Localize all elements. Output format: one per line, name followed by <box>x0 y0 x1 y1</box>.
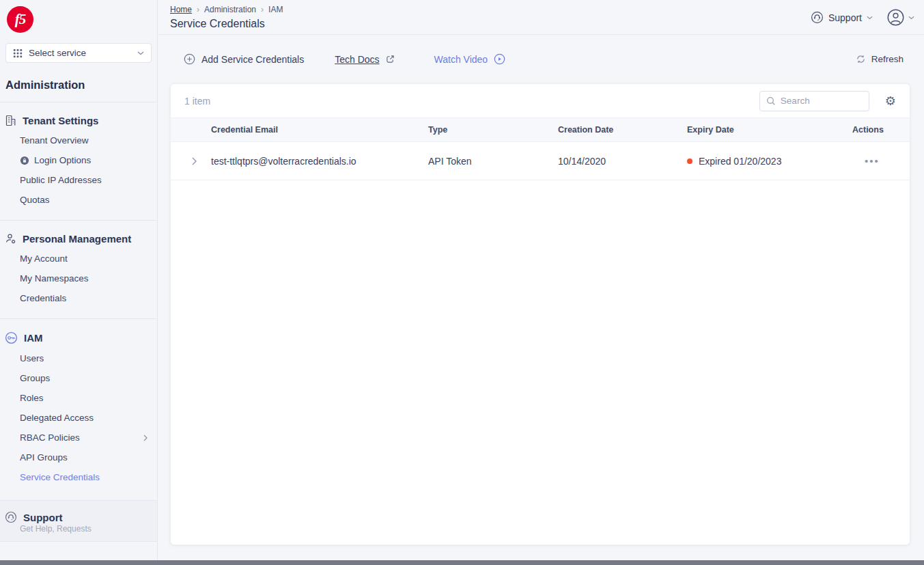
page-toolbar: Add Service Credentials Tech Docs Watch … <box>158 35 924 83</box>
sidebar-item-label: Quotas <box>20 195 50 205</box>
tech-docs-link[interactable]: Tech Docs <box>335 54 394 65</box>
support-menu-label: Support <box>828 12 862 23</box>
row-expand-button[interactable] <box>171 157 211 165</box>
breadcrumb-administration[interactable]: Administration <box>204 5 256 14</box>
section-title-label: IAM <box>24 332 43 344</box>
sidebar-section-title: Personal Management <box>0 230 157 249</box>
credentials-card: 1 item ⚙ Credential Email Type Creation … <box>170 83 910 545</box>
watch-video-label: Watch Video <box>434 54 488 65</box>
sidebar-item-roles[interactable]: Roles <box>0 388 157 408</box>
sidebar-item-quotas[interactable]: Quotas <box>0 190 157 210</box>
tech-docs-label: Tech Docs <box>335 54 379 65</box>
watch-video-link[interactable]: Watch Video <box>434 53 506 65</box>
cell-creation-date: 10/14/2020 <box>558 156 687 167</box>
search-icon <box>766 96 776 106</box>
support-headset-icon <box>811 11 824 24</box>
lock-circle-icon <box>20 156 29 165</box>
bottom-edge-bar <box>0 560 924 565</box>
account-menu[interactable] <box>886 8 914 27</box>
chevron-down-icon <box>137 51 144 55</box>
sidebar-item-label: Service Credentials <box>20 472 100 482</box>
plus-circle-icon <box>184 53 195 65</box>
sidebar-support[interactable]: Support Get Help, Requests <box>0 501 157 541</box>
refresh-button[interactable]: Refresh <box>856 54 904 64</box>
breadcrumb-separator: › <box>197 5 199 14</box>
service-selector-label: Select service <box>29 48 131 58</box>
breadcrumb-iam[interactable]: IAM <box>268 5 283 14</box>
sidebar-section-personal-management: Personal Management My Account My Namesp… <box>0 221 157 318</box>
key-icon <box>5 331 18 344</box>
external-link-icon <box>386 55 395 64</box>
sidebar-item-rbac-policies[interactable]: RBAC Policies <box>0 428 157 447</box>
sidebar-item-label: Users <box>20 353 44 363</box>
building-icon <box>5 115 16 126</box>
sidebar-item-login-options[interactable]: Login Options <box>0 150 157 170</box>
row-actions-menu[interactable]: ••• <box>852 155 910 167</box>
refresh-icon <box>856 54 866 64</box>
add-service-credentials-button[interactable]: Add Service Credentials <box>184 53 304 65</box>
person-gear-icon <box>5 233 16 245</box>
col-credential-email: Credential Email <box>211 125 428 135</box>
sidebar-item-my-namespaces[interactable]: My Namespaces <box>0 268 157 288</box>
sidebar: f5 Select service Administration <box>0 0 158 560</box>
f5-logo[interactable]: f5 <box>7 6 33 33</box>
page-header: Home › Administration › IAM Service Cred… <box>158 0 924 35</box>
divider <box>0 541 157 542</box>
sidebar-support-title-row: Support <box>0 508 157 524</box>
chevron-down-icon <box>867 16 873 20</box>
sidebar-item-delegated-access[interactable]: Delegated Access <box>0 408 157 428</box>
sidebar-section-tenant-settings: Tenant Settings Tenant Overview Login Op… <box>0 102 157 220</box>
header-controls: Support <box>811 0 914 35</box>
expiry-status-label: Expired 01/20/2023 <box>699 156 781 167</box>
f5-logo-text: f5 <box>15 11 26 28</box>
cell-credential-email: test-ttlqtprs@volterracredentials.io <box>211 156 428 167</box>
sidebar-item-users[interactable]: Users <box>0 348 157 368</box>
support-headset-icon <box>5 511 17 523</box>
sidebar-item-label: Delegated Access <box>20 413 94 423</box>
cell-type: API Token <box>428 156 558 167</box>
breadcrumb-home[interactable]: Home <box>170 5 192 14</box>
chevron-down-icon <box>908 16 914 20</box>
sidebar-item-label: Login Options <box>34 155 91 165</box>
chevron-right-icon <box>143 435 148 441</box>
sidebar-section-title: IAM <box>0 328 157 348</box>
gear-icon[interactable]: ⚙ <box>885 95 896 107</box>
sidebar-item-label: Credentials <box>20 293 66 303</box>
search-input[interactable] <box>781 96 863 106</box>
sidebar-item-label: Roles <box>20 393 44 403</box>
sidebar-item-label: Groups <box>20 373 50 383</box>
sidebar-item-tenant-overview[interactable]: Tenant Overview <box>0 130 157 150</box>
refresh-label: Refresh <box>871 54 904 64</box>
grid-icon <box>13 49 23 58</box>
service-selector[interactable]: Select service <box>5 43 152 63</box>
main-area: Home › Administration › IAM Service Cred… <box>158 0 924 560</box>
col-expiry-date: Expiry Date <box>687 125 852 135</box>
sidebar-item-api-groups[interactable]: API Groups <box>0 447 157 467</box>
add-button-label: Add Service Credentials <box>201 54 304 65</box>
col-creation-date: Creation Date <box>558 125 687 135</box>
sidebar-item-label: My Account <box>20 253 68 264</box>
sidebar-item-label: My Namespaces <box>20 273 89 284</box>
sidebar-support-subtitle: Get Help, Requests <box>0 524 157 534</box>
sidebar-item-label: API Groups <box>20 452 68 463</box>
expired-status-dot <box>687 159 692 164</box>
sidebar-item-label: RBAC Policies <box>20 432 80 443</box>
sidebar-section-title: Tenant Settings <box>0 111 157 130</box>
sidebar-support-label: Support <box>23 512 63 523</box>
cell-expiry-date: Expired 01/20/2023 <box>687 156 852 167</box>
sidebar-item-public-ip-addresses[interactable]: Public IP Addresses <box>0 170 157 190</box>
support-menu[interactable]: Support <box>811 11 873 24</box>
avatar-icon <box>886 8 905 27</box>
section-title-label: Personal Management <box>23 233 131 245</box>
sidebar-item-label: Public IP Addresses <box>20 175 102 185</box>
sidebar-item-service-credentials[interactable]: Service Credentials <box>0 467 157 487</box>
section-title-label: Tenant Settings <box>23 115 98 126</box>
search-box[interactable] <box>759 91 869 111</box>
table-row: test-ttlqtprs@volterracredentials.io API… <box>171 142 910 180</box>
sidebar-item-my-account[interactable]: My Account <box>0 249 157 268</box>
sidebar-item-groups[interactable]: Groups <box>0 368 157 388</box>
col-type: Type <box>428 125 558 135</box>
breadcrumb-separator: › <box>261 5 264 14</box>
table-header: Credential Email Type Creation Date Expi… <box>171 118 910 142</box>
sidebar-item-credentials[interactable]: Credentials <box>0 288 157 308</box>
